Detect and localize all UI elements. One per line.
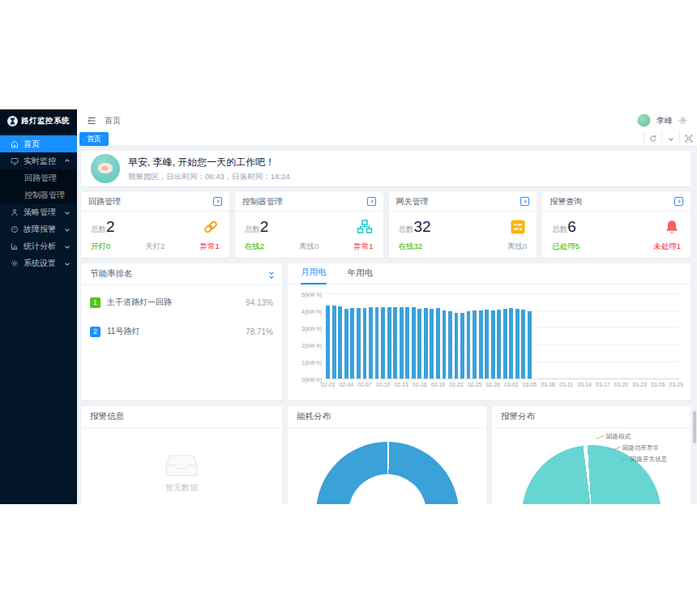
tab-home[interactable]: 首页 <box>79 132 109 146</box>
total-label: 总数 <box>245 225 260 233</box>
alarm-info-title: 报警信息 <box>90 411 124 422</box>
sidebar-item-label: 系统设置 <box>24 258 56 269</box>
alarm-distribution-card: 报警分布 回路模式 回路功率异常 回路开关状态 <box>492 406 691 504</box>
total-label: 总数 <box>91 225 106 233</box>
sidebar: 路灯监控系统 首页 实时监控 回路 <box>0 109 77 504</box>
greeting-texts: 早安, 李峰, 开始您一天的工作吧！ 翡翠园区，日出时间：06:43，日落时间：… <box>128 156 290 182</box>
stat-card-controller: 控制器管理 总数2 在线2 离线0 异常1 <box>235 192 383 258</box>
rank-badge: 1 <box>90 297 100 308</box>
stat-offline: 离线0 <box>299 242 319 252</box>
total-label: 总数 <box>552 225 567 233</box>
alarm-pie-chart[interactable] <box>522 445 661 504</box>
stat-card-title: 网关管理 <box>396 196 429 207</box>
sidebar-item-label: 首页 <box>24 139 40 150</box>
energy-distribution-title: 能耗分布 <box>297 411 331 422</box>
sidebar-item-label: 策略管理 <box>24 207 56 218</box>
main-content: 早安, 李峰, 开始您一天的工作吧！ 翡翠园区，日出时间：06:43，日落时间：… <box>77 147 697 504</box>
rank-name: 11号路灯 <box>107 326 246 337</box>
rank-badge: 2 <box>90 327 100 337</box>
sidebar-item-realtime-monitor[interactable]: 实时监控 <box>0 152 77 169</box>
expand-double-chevron-icon[interactable] <box>270 271 273 278</box>
stat-abnormal: 异常1 <box>353 242 373 252</box>
stat-card-title: 控制器管理 <box>242 196 283 207</box>
goto-arrow-icon[interactable] <box>520 197 529 206</box>
pie-label-mode: 回路模式 <box>596 433 631 441</box>
alarm-distribution-title: 报警分布 <box>501 411 535 422</box>
home-icon <box>11 140 19 148</box>
sidebar-item-home[interactable]: 首页 <box>0 135 77 152</box>
stat-on: 开灯0 <box>91 242 110 252</box>
sidebar-item-settings[interactable]: 系统设置 <box>0 255 77 272</box>
stat-card-gateway: 网关管理 总数32 在线32 离线0 <box>389 192 537 258</box>
sidebar-item-statistics[interactable]: 统计分析 <box>0 237 77 255</box>
label-connector-line <box>619 455 629 461</box>
goto-arrow-icon[interactable] <box>367 197 376 206</box>
label-connector-line <box>595 432 605 438</box>
ranking-row-2[interactable]: 2 11号路灯 78.71% <box>81 319 282 344</box>
sidebar-item-label: 实时监控 <box>24 156 56 167</box>
stat-abnormal: 异常1 <box>199 242 219 252</box>
total-value: 32 <box>414 218 431 235</box>
chevron-down-icon <box>65 261 70 266</box>
chevron-down-icon <box>65 210 70 215</box>
energy-donut-chart[interactable] <box>316 442 459 504</box>
gear-icon <box>11 259 19 267</box>
app-window: 路灯监控系统 首页 实时监控 回路 <box>0 109 697 504</box>
bottom-row: 报警信息 暂无数据 能耗分布 <box>81 406 691 504</box>
empty-state: 暂无数据 <box>81 455 282 494</box>
total-label: 总数 <box>399 225 414 233</box>
chevron-down-icon[interactable] <box>661 131 679 146</box>
refresh-icon[interactable] <box>644 131 661 146</box>
power-usage-chart-card: 月用电 年用电 0(kW·h)1(kW·h)2(kW·h)3(kW·h)4(kW… <box>288 263 691 400</box>
tab-yearly-usage[interactable]: 年用电 <box>348 267 374 284</box>
stat-online: 在线2 <box>245 242 264 252</box>
stats-chart-icon <box>11 242 19 250</box>
logo-icon <box>7 116 18 126</box>
energy-ranking-card: 节能率排名 1 主干道路灯一回路 94.13% 2 11号路灯 78.71% <box>81 263 282 400</box>
sidebar-item-controller-management[interactable]: 控制器管理 <box>0 186 77 203</box>
content-column: 首页 李峰 首页 <box>77 109 697 504</box>
header-right: 李峰 <box>637 113 687 127</box>
middle-row: 节能率排名 1 主干道路灯一回路 94.13% 2 11号路灯 78.71% <box>81 263 691 400</box>
sidebar-item-label: 故障报警 <box>24 224 56 235</box>
goto-arrow-icon[interactable] <box>213 197 222 206</box>
stat-online: 在线32 <box>399 242 423 252</box>
sidebar-menu: 首页 实时监控 回路管理 控制器管理 <box>0 135 77 272</box>
stat-card-circuit: 回路管理 总数2 开灯0 关灯2 异常1 <box>81 192 229 258</box>
menu-fold-icon[interactable] <box>87 116 96 126</box>
top-header: 首页 李峰 <box>77 109 697 131</box>
sidebar-item-circuit-management[interactable]: 回路管理 <box>0 169 77 186</box>
screenshot-canvas: 路灯监控系统 首页 实时监控 回路 <box>0 0 697 616</box>
sidebar-submenu: 回路管理 控制器管理 <box>0 169 77 203</box>
tab-bar: 首页 <box>77 131 697 147</box>
chevron-down-icon <box>65 244 70 249</box>
maximize-icon[interactable] <box>679 131 697 146</box>
greeting-card: 早安, 李峰, 开始您一天的工作吧！ 翡翠园区，日出时间：06:43，日落时间：… <box>81 151 691 186</box>
sidebar-item-fault-alarm[interactable]: 故障报警 <box>0 220 77 237</box>
sidebar-item-strategy[interactable]: 策略管理 <box>0 203 77 220</box>
stat-off: 关灯2 <box>145 242 165 252</box>
greeting-subtitle: 翡翠园区，日出时间：06:43，日落时间：18:24 <box>128 172 290 182</box>
chevron-down-icon <box>65 227 70 232</box>
user-avatar[interactable] <box>637 113 651 127</box>
rank-value: 78.71% <box>246 327 273 336</box>
tab-monthly-usage[interactable]: 月用电 <box>301 267 327 284</box>
vertical-scrollbar[interactable] <box>693 411 696 443</box>
pie-label-switch-state: 回路开关状态 <box>620 456 667 464</box>
app-title: 路灯监控系统 <box>21 116 70 126</box>
ranking-row-1[interactable]: 1 主干道路灯一回路 94.13% <box>81 290 282 314</box>
sidebar-item-label: 控制器管理 <box>24 190 65 201</box>
stat-handled: 已处理5 <box>552 242 579 252</box>
empty-text: 暂无数据 <box>81 482 282 494</box>
breadcrumb[interactable]: 首页 <box>105 115 121 126</box>
sidebar-item-label: 回路管理 <box>24 173 57 184</box>
stat-card-title: 报警查询 <box>549 196 582 207</box>
controller-sitemap-icon <box>356 218 374 236</box>
header-gear-icon[interactable] <box>678 116 687 125</box>
username[interactable]: 李峰 <box>656 115 673 126</box>
monitor-icon <box>11 157 19 165</box>
stat-cards-row: 回路管理 总数2 开灯0 关灯2 异常1 <box>81 192 691 258</box>
ranking-title: 节能率排名 <box>90 268 133 280</box>
pie-label-power-abnormal: 回路功率异常 <box>612 444 659 452</box>
goto-arrow-icon[interactable] <box>674 197 683 206</box>
